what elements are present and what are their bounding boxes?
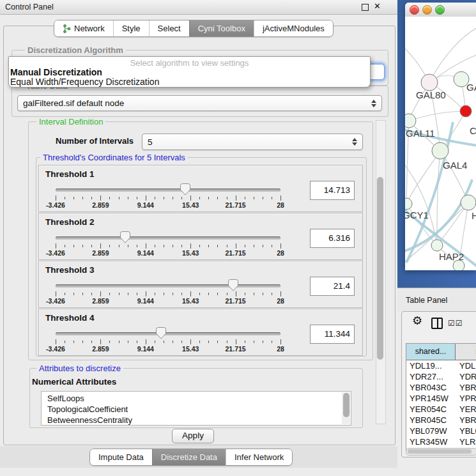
list-scrollbar[interactable] [342,392,350,424]
apply-button[interactable]: Apply [172,429,214,443]
threshold-value-field[interactable]: 11.344 [310,325,355,344]
slider-track[interactable] [56,236,280,240]
tick-label: 28 [277,201,284,209]
slider-track[interactable] [56,188,280,192]
table-row[interactable]: YER054CYER0 [406,404,476,415]
cell-shared-name: YLR345W [410,436,447,447]
window-zoom-traffic-light[interactable] [435,5,445,15]
tab-style[interactable]: Style [113,20,149,36]
column-header-shared-name[interactable]: shared... [406,344,456,360]
tick-label: -3.426 [46,297,65,305]
slider-thumb[interactable] [227,279,239,291]
tab-cyni-toolbox[interactable]: Cyni Toolbox [189,20,254,36]
tab-discretize-data[interactable]: Discretize Data [152,449,226,465]
network-node-gal11[interactable] [405,114,416,128]
network-node-gcy1[interactable] [405,198,412,210]
numerical-attributes-label: Numerical Attributes [32,377,116,387]
close-icon[interactable]: ✕ [374,1,381,11]
app-root: Control Panel ✕ NetworkStyleSelectCyni T… [0,0,476,476]
network-edge[interactable] [409,111,466,121]
attribute-list-item[interactable]: SelfLoops [42,393,351,404]
number-of-intervals-combobox[interactable]: 5 [142,134,363,150]
tab-label: Style [122,24,141,33]
slider-ticks [56,196,280,201]
network-node-gal4[interactable] [432,142,449,159]
number-of-intervals-label: Number of Intervals [56,136,134,146]
tick-label: 15.43 [182,201,199,209]
threshold-value-field[interactable]: 6.316 [310,229,355,248]
threshold-value-field[interactable]: 21.4 [310,277,355,296]
cell-shared-name: YER054C [410,404,447,415]
network-node-hap2[interactable] [431,240,443,251]
network-node-h[interactable] [461,195,476,210]
numerical-attributes-list[interactable]: SelfLoopsTopologicalCoefficientBetweenne… [41,391,351,426]
attribute-list-item[interactable]: BetweennessCentrality [42,415,351,426]
network-edge[interactable] [429,28,476,82]
panel-scrollbar[interactable] [376,120,386,424]
columns-icon[interactable] [431,318,443,329]
table-hscrollbar-thumb[interactable] [408,449,472,454]
slider-track[interactable] [56,332,280,335]
cell-name: YDL1 [459,360,476,371]
tick-label: 28 [277,345,284,353]
slider-thumb[interactable] [155,327,167,339]
slider-thumb[interactable] [119,231,131,243]
attribute-list-item[interactable]: TopologicalCoefficient [42,404,351,415]
table-row[interactable]: YLR345WYLR3 [406,436,476,447]
slider-tick-labels: -3.4262.8599.14415.4321.71528 [56,297,280,305]
slider-ticks [56,243,280,249]
window-minimize-traffic-light[interactable] [422,5,432,15]
discretization-algorithm-label: Discretization Algorithm [25,45,126,55]
list-scrollbar-thumb[interactable] [343,393,349,417]
network-icon [63,24,71,33]
table-data-combobox-value: galFiltered.sif default node [23,98,124,108]
tab-infer-network[interactable]: Infer Network [226,449,292,465]
combo-stepper-icon [371,100,376,107]
slider-tick-labels: -3.4262.8599.14415.4321.71528 [56,345,280,353]
table-row[interactable]: YBL079WYBL0 [406,426,476,436]
table-row[interactable]: YDR27...YDR2 [406,371,476,382]
tab-label: Discretize Data [161,452,217,462]
float-window-icon[interactable] [362,4,369,11]
cell-shared-name: YBR043C [410,382,447,393]
control-panel-title: Control Panel [5,3,54,12]
cell-name: YBR0 [459,382,476,393]
threshold-value-field[interactable]: 14.713 [310,181,355,200]
tab-network[interactable]: Network [54,20,113,36]
network-node-gal80[interactable] [421,74,438,91]
table-panel: ⚙ ☑☑ shared... n... YDL19...YDL1YDR27...… [401,311,476,457]
slider-track[interactable] [56,284,280,288]
table-row[interactable]: YBR045CYBR0 [406,415,476,426]
combo-stepper-icon [352,138,357,146]
slider-tick-labels: -3.4262.8599.14415.4321.71528 [56,249,280,257]
network-canvas[interactable]: GAL80GACGAL11GAL4GCY1HHAP2 [405,17,476,270]
table-data-combobox[interactable]: galFiltered.sif default node [17,95,382,111]
network-window-titlebar[interactable] [405,3,476,17]
tick-label: 28 [277,249,284,257]
algorithm-dropdown-popup: Select algorithm to view settings Manual… [8,56,371,88]
table-row[interactable]: YDL19...YDL1 [406,360,476,371]
table-row[interactable]: YPR145WYPR1 [406,393,476,404]
bottom-tab-bar: Impute DataDiscretize DataInfer Network [89,449,293,466]
network-node-c[interactable] [460,105,472,117]
cell-name: YBL0 [459,426,476,436]
threshold-panel-4: Threshold 4-3.4262.8599.14415.4321.71528… [38,309,363,356]
table-hscrollbar[interactable] [406,448,476,456]
threshold-panel-1: Threshold 1-3.4262.8599.14415.4321.71528… [38,165,363,212]
network-node-label: GAL80 [416,89,446,100]
window-close-traffic-light[interactable] [410,5,419,15]
network-edge[interactable] [406,151,440,204]
slider-thumb[interactable] [180,183,191,196]
gear-icon[interactable]: ⚙ [412,314,422,328]
table-row[interactable]: YBR043CYBR0 [406,382,476,393]
tick-label: 2.859 [92,249,109,257]
tab-impute-data[interactable]: Impute Data [90,449,152,465]
column-header-name[interactable]: n... [456,344,476,360]
panel-scrollbar-thumb[interactable] [377,177,383,360]
tab-select[interactable]: Select [149,20,189,36]
algorithm-option-equal-width[interactable]: Equal Width/Frequency Discretization [9,77,370,87]
tab-jactivemnodules[interactable]: jActiveMNodules [254,20,333,36]
top-tab-bar: NetworkStyleSelectCyni ToolboxjActiveMNo… [54,20,334,37]
algorithm-option-manual[interactable]: Manual Discretization [9,68,370,77]
checkbox-icons[interactable]: ☑☑ [448,319,463,328]
